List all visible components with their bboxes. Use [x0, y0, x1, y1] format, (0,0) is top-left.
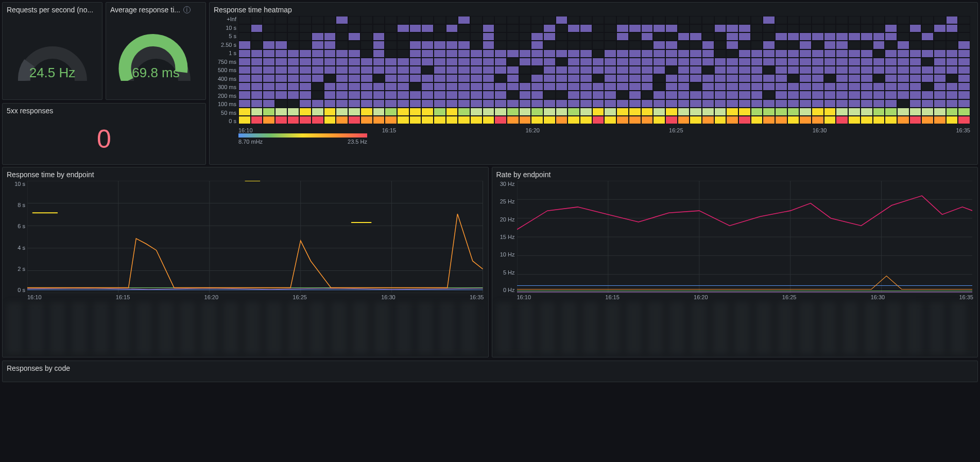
y-tick: 5 Hz — [496, 269, 515, 276]
y-tick: 15 Hz — [496, 234, 515, 240]
heatmap-x-tick: 16:30 — [813, 127, 827, 133]
y-tick: 2 s — [7, 266, 25, 272]
stat-5xx-value: 0 — [7, 117, 201, 161]
x-tick: 16:30 — [871, 294, 885, 300]
panel-requests-per-second[interactable]: Requests per second (no... 24.5 Hz — [2, 2, 102, 100]
x-tick: 16:10 — [517, 294, 531, 300]
x-tick: 16:20 — [694, 294, 708, 300]
panel-response-time-by-endpoint[interactable]: Response time by endpoint 10 s8 s6 s4 s2… — [2, 167, 489, 357]
chart-rt-by-endpoint: 10 s8 s6 s4 s2 s0 s — [7, 181, 484, 293]
heatmap-y-tick: 300 ms — [214, 84, 236, 90]
heatmap-y-tick: 400 ms — [214, 76, 236, 82]
panel-responses-by-code[interactable]: Responses by code — [2, 361, 978, 382]
x-tick: 16:15 — [605, 294, 620, 300]
chart-legend-blurred — [7, 302, 484, 354]
gauge-rps: 24.5 Hz — [14, 32, 91, 81]
heatmap-y-tick: 500 ms — [214, 67, 236, 73]
gauge-rt-value: 69.8 ms — [117, 65, 195, 81]
info-icon[interactable]: i — [183, 6, 191, 13]
x-tick: 16:15 — [116, 294, 130, 300]
panel-title: Response time heatmap — [214, 6, 292, 14]
heatmap-y-tick: 10 s — [214, 25, 236, 31]
y-tick: 0 Hz — [496, 287, 515, 293]
heatmap-y-tick: +Inf — [214, 16, 236, 22]
heatmap-color-legend: 8.70 mHz 23.5 Hz — [238, 133, 367, 145]
gauge-response-time: 69.8 ms — [117, 32, 195, 81]
chart-legend-blurred — [496, 302, 974, 354]
y-tick: 10 Hz — [496, 251, 515, 258]
x-tick: 16:35 — [959, 294, 973, 300]
gauge-rps-value: 24.5 Hz — [14, 65, 91, 81]
y-tick: 4 s — [7, 245, 25, 251]
heatmap-y-tick: 0 s — [214, 118, 236, 124]
panel-title: Response time by endpoint — [7, 170, 94, 179]
legend-min: 8.70 mHz — [238, 139, 263, 145]
y-tick: 25 Hz — [496, 198, 515, 204]
heatmap-y-tick: 750 ms — [214, 59, 236, 65]
x-tick: 16:25 — [293, 294, 307, 300]
panel-avg-response-time[interactable]: Average response ti... i 69.8 ms — [106, 2, 206, 100]
panel-rate-by-endpoint[interactable]: Rate by endpoint 30 Hz25 Hz20 Hz15 Hz10 … — [492, 167, 978, 357]
heatmap-chart: +Inf10 s5 s2.50 s1 s750 ms500 ms400 ms30… — [214, 16, 973, 145]
panel-title: 5xx responses — [7, 107, 53, 115]
panel-title: Average response ti... — [110, 6, 180, 14]
chart-rate-by-endpoint: 30 Hz25 Hz20 Hz15 Hz10 Hz5 Hz0 Hz — [496, 181, 974, 293]
heatmap-y-tick: 50 ms — [214, 110, 236, 116]
heatmap-x-tick: 16:35 — [956, 127, 970, 133]
x-tick: 16:20 — [204, 294, 219, 300]
y-tick: 30 Hz — [496, 181, 515, 187]
panel-response-time-heatmap[interactable]: Response time heatmap +Inf10 s5 s2.50 s1… — [209, 2, 978, 165]
heatmap-y-tick: 100 ms — [214, 101, 236, 107]
panel-title: Rate by endpoint — [496, 170, 551, 179]
panel-5xx-responses[interactable]: 5xx responses 0 — [2, 103, 206, 165]
heatmap-x-tick: 16:25 — [669, 127, 683, 133]
heatmap-x-tick: 16:20 — [525, 127, 540, 133]
y-tick: 8 s — [7, 202, 25, 208]
x-tick: 16:30 — [381, 294, 396, 300]
panel-title: Requests per second (no... — [7, 6, 93, 14]
heatmap-y-tick: 1 s — [214, 50, 236, 56]
y-tick: 20 Hz — [496, 216, 515, 223]
heatmap-y-tick: 5 s — [214, 33, 236, 39]
x-tick: 16:10 — [27, 294, 42, 300]
legend-max: 23.5 Hz — [348, 139, 367, 145]
x-tick: 16:25 — [782, 294, 797, 300]
heatmap-y-tick: 200 ms — [214, 93, 236, 99]
y-tick: 10 s — [7, 181, 25, 187]
heatmap-x-tick: 16:10 — [238, 127, 253, 133]
panel-title: Responses by code — [7, 364, 70, 372]
y-tick: 6 s — [7, 223, 25, 229]
heatmap-y-tick: 2.50 s — [214, 42, 236, 48]
y-tick: 0 s — [7, 287, 25, 293]
heatmap-x-tick: 16:15 — [382, 127, 397, 133]
x-tick: 16:35 — [470, 294, 484, 300]
